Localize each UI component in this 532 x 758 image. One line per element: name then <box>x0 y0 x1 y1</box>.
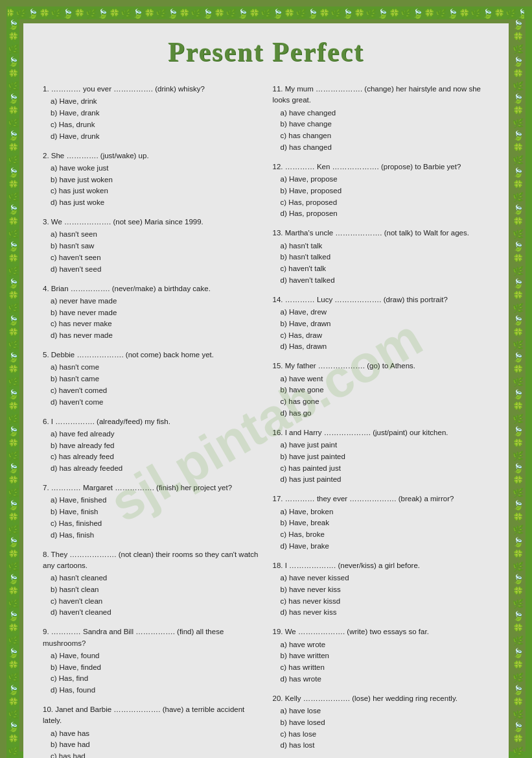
question-block: 9. ………… Sandra and Bill ……………. (find) al… <box>43 626 260 696</box>
list-item: d) Have, brake <box>281 541 490 552</box>
list-item: c) has changen <box>281 130 490 142</box>
list-item: c) Has, draw <box>281 330 490 342</box>
list-item: b) Have, drawn <box>281 318 490 330</box>
list-item: b) have never made <box>51 307 260 319</box>
list-item: a) hasn't talk <box>281 241 490 252</box>
list-item: c) Has, proposed <box>281 197 490 209</box>
question-text: 4. Brian ……………. (never/make) a birthday … <box>43 283 260 294</box>
options-list: a) Have, drinkb) Have, drankc) Has, drun… <box>43 96 260 142</box>
list-item: a) have changed <box>281 108 490 119</box>
list-item: c) has painted just <box>281 463 490 475</box>
question-text: 8. They ………………. (not clean) their rooms … <box>43 549 260 572</box>
list-item: c) has had <box>51 751 260 758</box>
list-item: b) hasn't talked <box>281 252 490 263</box>
list-item: d) has never made <box>51 330 260 342</box>
options-list: a) hasn't seenb) hasn't sawc) haven't se… <box>43 229 260 275</box>
list-item: b) hasn't came <box>51 373 260 385</box>
question-block: 11. My mum ………………. (change) her hairstyl… <box>273 84 490 154</box>
list-item: d) has lost <box>281 740 490 752</box>
left-column: 1. ………… you ever ……………. (drink) whisky?a… <box>43 84 260 758</box>
list-item: a) have wrote <box>281 639 490 651</box>
question-block: 5. Debbie ………………. (not come) back home y… <box>43 349 260 409</box>
list-item: b) have gone <box>281 385 490 396</box>
list-item: a) never have made <box>51 296 260 307</box>
list-item: b) hasn't clean <box>51 584 260 596</box>
question-text: 18. I ………………. (never/kiss) a girl before… <box>273 560 490 571</box>
question-block: 16. I and Harry ………………. (just/paint) our… <box>273 427 490 486</box>
options-list: a) Have, brokenb) Have, breakc) Has, bro… <box>273 506 490 552</box>
list-item: b) Have, proposed <box>281 185 490 197</box>
question-text: 20. Kelly ………………. (lose) her wedding rin… <box>273 693 490 704</box>
list-item: d) haven't talked <box>281 275 490 287</box>
list-item: b) have already fed <box>51 440 260 452</box>
list-item: a) hasn't cleaned <box>51 573 260 584</box>
list-item: d) has wrote <box>281 674 490 685</box>
list-item: d) has just painted <box>281 474 490 486</box>
question-block: 15. My father ………………. (go) to Athens.a) … <box>273 361 490 420</box>
question-text: 16. I and Harry ………………. (just/paint) our… <box>273 427 490 438</box>
list-item: c) haven't comed <box>51 385 260 397</box>
question-text: 11. My mum ………………. (change) her hairstyl… <box>273 84 490 106</box>
question-block: 19. We ………………. (write) two essays so far… <box>273 626 490 685</box>
list-item: a) have just paint <box>281 440 490 451</box>
list-item: a) have has <box>51 728 260 740</box>
list-item: b) have losed <box>281 717 490 729</box>
list-item: a) Have, broken <box>281 506 490 518</box>
list-item: d) has go <box>281 408 490 420</box>
options-list: a) Have, foundb) Have, findedc) Has, fin… <box>43 650 260 696</box>
content-columns: 1. ………… you ever ……………. (drink) whisky?a… <box>43 84 489 758</box>
options-list: a) have loseb) have losedc) has losed) h… <box>273 705 490 752</box>
options-list: a) Have, drewb) Have, drawnc) Has, drawd… <box>273 307 490 353</box>
options-list: a) have just paintb) have just paintedc)… <box>273 440 490 486</box>
list-item: c) has just woken <box>51 185 260 197</box>
list-item: c) has never make <box>51 318 260 330</box>
question-block: 7. ………… Margaret ……………. (finish) her pro… <box>43 482 260 541</box>
question-text: 1. ………… you ever ……………. (drink) whisky? <box>43 84 260 95</box>
list-item: b) Have, finded <box>51 662 260 674</box>
list-item: d) has just woke <box>51 197 260 209</box>
options-list: a) have fed alreadyb) have already fedc)… <box>43 429 260 475</box>
list-item: a) Have, propose <box>281 174 490 185</box>
list-item: a) Have, finished <box>51 495 260 506</box>
list-item: d) haven't seed <box>51 264 260 276</box>
list-item: b) have change <box>281 119 490 130</box>
list-item: d) Has, proposen <box>281 208 490 220</box>
page-outer: 🍃🍀🌿🍃🍀🌿🍃🍀🌿🍃🍀🌿🍃🍀🌿🍃🍀🌿🍃🍀🌿🍃🍀🌿🍃🍀🌿🍃🍀🌿🍃🍀🌿🍃🍀🌿🍃🍀🌿🍃… <box>6 6 526 758</box>
list-item: d) has changed <box>281 142 490 154</box>
question-block: 12. ………… Ken ………………. (propose) to Barbie… <box>273 161 490 220</box>
list-item: c) haven't talk <box>281 263 490 275</box>
options-list: a) never have madeb) have never madec) h… <box>43 296 260 342</box>
question-block: 18. I ………………. (never/kiss) a girl before… <box>273 560 490 619</box>
svg-rect-3 <box>526 6 532 758</box>
list-item: b) have just woken <box>51 174 260 186</box>
list-item: d) haven't cleaned <box>51 607 260 619</box>
list-item: c) has gone <box>281 396 490 408</box>
options-list: a) have changedb) have changec) has chan… <box>273 108 490 154</box>
question-block: 3. We ………………. (not see) Maria since 1999… <box>43 217 260 276</box>
options-list: a) hasn't cleanedb) hasn't cleanc) haven… <box>43 573 260 619</box>
list-item: a) Have, found <box>51 650 260 662</box>
list-item: c) Has, drunk <box>51 119 260 131</box>
list-item: c) Has, find <box>51 673 260 685</box>
options-list: a) Have, finishedb) Have, finishc) Has, … <box>43 495 260 541</box>
question-block: 8. They ………………. (not clean) their rooms … <box>43 549 260 619</box>
question-text: 6. I ……………. (already/feed) my fish. <box>43 416 260 427</box>
question-block: 4. Brian ……………. (never/make) a birthday … <box>43 283 260 342</box>
list-item: c) has never kissd <box>281 596 490 608</box>
list-item: a) have went <box>281 373 490 385</box>
question-text: 5. Debbie ………………. (not come) back home y… <box>43 349 260 361</box>
svg-rect-2 <box>6 6 19 758</box>
list-item: a) Have, drink <box>51 96 260 108</box>
list-item: c) Has, broke <box>281 529 490 541</box>
page-inner: sjl.pintab.com Present Perfect 1. ………… y… <box>23 23 509 758</box>
list-item: d) Has, found <box>51 685 260 696</box>
list-item: b) have had <box>51 739 260 751</box>
question-text: 2. She …………. (just/wake) up. <box>43 150 260 161</box>
question-block: 17. ………… they ever ………………. (break) a mir… <box>273 493 490 552</box>
options-list: a) hasn't comeb) hasn't camec) haven't c… <box>43 362 260 408</box>
list-item: d) has already feeded <box>51 463 260 475</box>
list-item: a) have lose <box>281 705 490 717</box>
question-text: 9. ………… Sandra and Bill ……………. (find) al… <box>43 626 260 649</box>
options-list: a) have woke justb) have just wokenc) ha… <box>43 163 260 209</box>
right-column: 11. My mum ………………. (change) her hairstyl… <box>273 84 490 758</box>
